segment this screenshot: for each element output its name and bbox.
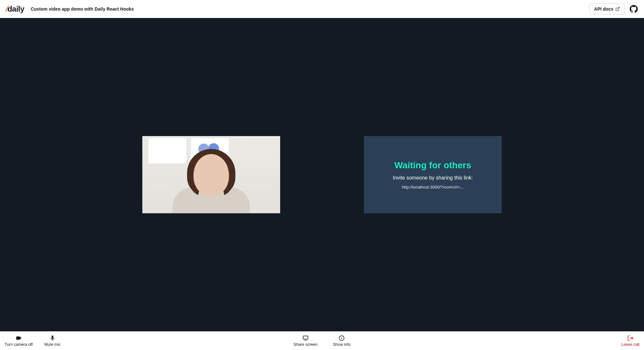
- daily-logo: /daily: [6, 5, 24, 14]
- github-link[interactable]: [629, 5, 638, 14]
- camera-icon: [15, 335, 22, 341]
- logo-text: daily: [7, 5, 24, 14]
- leave-call-button[interactable]: Leave call: [620, 334, 641, 347]
- tray-right-group: Leave call: [428, 334, 641, 347]
- call-area: Waiting for others Invite someone by sha…: [0, 18, 644, 331]
- toggle-camera-label: Turn camera off: [5, 342, 33, 347]
- leave-call-label: Leave call: [621, 342, 639, 347]
- show-info-button[interactable]: Show info: [332, 334, 352, 347]
- info-icon: [338, 335, 345, 341]
- api-docs-button[interactable]: API docs: [589, 4, 625, 14]
- waiting-subtitle: Invite someone by sharing this link:: [393, 175, 473, 181]
- header-actions: API docs: [589, 4, 638, 14]
- page-title: Custom video app demo with Daily React H…: [31, 6, 134, 12]
- api-docs-label: API docs: [594, 6, 613, 12]
- mic-icon: [49, 335, 56, 341]
- svg-rect-2: [303, 336, 308, 339]
- share-screen-label: Share screen: [293, 342, 317, 347]
- share-screen-button[interactable]: Share screen: [292, 334, 318, 347]
- call-tray: Turn camera off Mute mic Share screen: [0, 331, 644, 350]
- show-info-label: Show info: [333, 342, 351, 347]
- waiting-invite-link[interactable]: http://localhost:3000/?roomUrl=...: [402, 185, 464, 189]
- tray-left-group: Turn camera off Mute mic: [3, 334, 216, 347]
- app-header: /daily Custom video app demo with Daily …: [0, 0, 644, 18]
- screen-icon: [302, 335, 309, 341]
- leave-icon: [627, 335, 634, 341]
- github-icon: [630, 5, 638, 13]
- svg-point-6: [341, 336, 342, 337]
- waiting-tile: Waiting for others Invite someone by sha…: [364, 136, 502, 213]
- tray-center-group: Share screen Show info: [216, 334, 428, 347]
- video-placeholder-frame: [148, 138, 187, 164]
- toggle-camera-button[interactable]: Turn camera off: [3, 334, 34, 347]
- local-video-tile[interactable]: [142, 136, 280, 213]
- toggle-mic-label: Mute mic: [44, 342, 61, 347]
- toggle-mic-button[interactable]: Mute mic: [43, 334, 62, 347]
- svg-line-0: [617, 7, 619, 9]
- video-placeholder-head: [194, 154, 229, 196]
- svg-rect-1: [52, 340, 53, 341]
- waiting-title: Waiting for others: [394, 160, 471, 170]
- external-link-icon: [615, 7, 620, 11]
